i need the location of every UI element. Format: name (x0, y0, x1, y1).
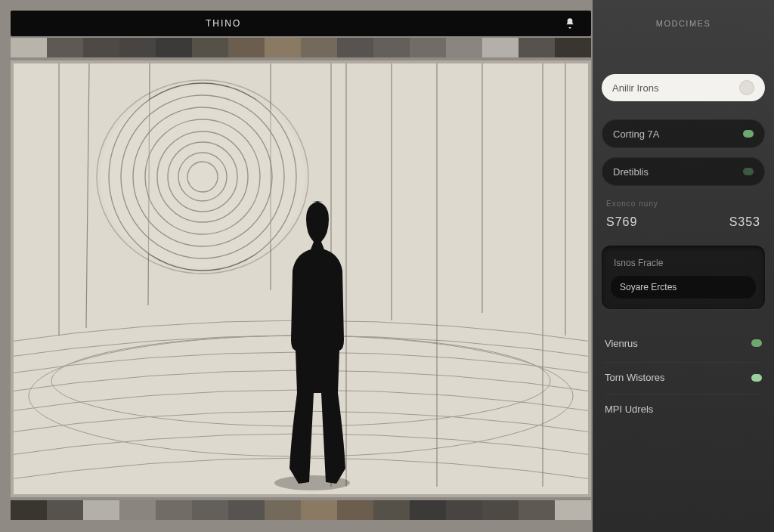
stats-header: Exonco nuny (606, 200, 765, 208)
stat-left: S769 (606, 215, 637, 229)
search-placeholder: Anilir Irons (612, 82, 658, 94)
option-row[interactable]: Torn Wistores (605, 362, 762, 388)
swatch[interactable] (410, 500, 446, 520)
panel-label: Isnos Fracle (614, 258, 756, 268)
stat-right: S353 (729, 215, 760, 229)
swatch[interactable] (47, 38, 83, 57)
swatch[interactable] (156, 500, 192, 520)
swatch[interactable] (156, 38, 192, 57)
swatch[interactable] (265, 500, 301, 520)
search-pill[interactable]: Anilir Irons (602, 74, 765, 101)
toggle-corting-label: Corting 7A (613, 128, 659, 140)
swatch[interactable] (119, 38, 156, 57)
search-knob-icon (739, 80, 754, 95)
option-row[interactable]: Vienrus (605, 330, 762, 356)
swatch[interactable] (11, 500, 47, 520)
option-list: VienrusTorn WistoresMPI Udrels (602, 330, 765, 419)
swatch[interactable] (47, 500, 83, 520)
swatch[interactable] (519, 38, 555, 57)
actions-panel: Isnos Fracle Soyare Erctes (602, 246, 765, 309)
swatch[interactable] (119, 500, 156, 520)
toggle-indicator-icon (743, 168, 754, 175)
stats-row: S769 S353 (602, 215, 765, 229)
swatch[interactable] (228, 38, 265, 57)
soyare-button-label: Soyare Erctes (620, 282, 676, 292)
artwork-illustration (14, 63, 588, 494)
swatch[interactable] (337, 500, 373, 520)
swatch[interactable] (265, 38, 301, 57)
swatch[interactable] (83, 500, 119, 520)
swatch[interactable] (555, 500, 591, 520)
app-title: THINO (206, 18, 241, 29)
toggle-indicator-icon (743, 130, 754, 138)
soyare-button[interactable]: Soyare Erctes (611, 276, 756, 298)
swatch[interactable] (482, 500, 519, 520)
status-indicator-icon (751, 339, 762, 347)
swatch[interactable] (446, 38, 482, 57)
option-label: MPI Udrels (605, 404, 653, 415)
swatch[interactable] (410, 38, 446, 57)
swatch[interactable] (446, 500, 482, 520)
toggle-corting[interactable]: Corting 7A (602, 119, 765, 148)
swatch[interactable] (192, 500, 228, 520)
swatch[interactable] (373, 38, 410, 57)
swatch[interactable] (192, 38, 228, 57)
svg-point-23 (101, 86, 305, 268)
status-indicator-icon (751, 374, 762, 382)
swatch-strip-top (11, 38, 591, 57)
top-bar: THINO (11, 11, 591, 36)
swatch[interactable] (11, 38, 47, 57)
toggle-dretiblis-label: Dretiblis (613, 166, 649, 178)
side-panel: MODCIMES Anilir Irons Corting 7A Dretibl… (593, 0, 774, 532)
bell-icon[interactable] (564, 17, 576, 30)
swatch[interactable] (301, 500, 337, 520)
swatch-strip-bottom (11, 500, 591, 520)
status-indicator-icon (751, 406, 762, 413)
swatch[interactable] (519, 500, 555, 520)
option-label: Torn Wistores (605, 372, 664, 383)
swatch[interactable] (482, 38, 519, 57)
option-row[interactable]: MPI Udrels (605, 394, 762, 419)
toggle-dretiblis[interactable]: Dretiblis (602, 157, 765, 186)
option-label: Vienrus (605, 338, 638, 349)
swatch[interactable] (373, 500, 410, 520)
swatch[interactable] (555, 38, 591, 57)
swatch[interactable] (83, 38, 119, 57)
swatch[interactable] (228, 500, 265, 520)
side-header: MODCIMES (602, 0, 765, 47)
swatch[interactable] (337, 38, 373, 57)
swatch[interactable] (301, 38, 337, 57)
canvas-viewport[interactable] (11, 60, 591, 497)
